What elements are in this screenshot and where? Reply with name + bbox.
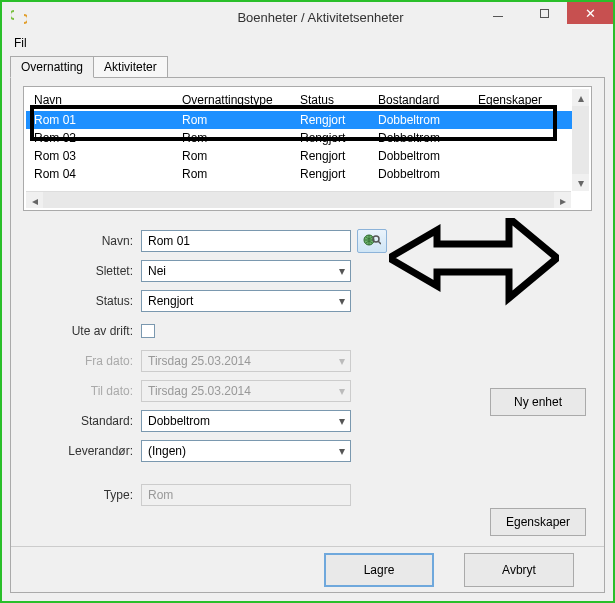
chevron-down-icon: ▾ — [334, 291, 350, 311]
cell-type: Rom — [182, 167, 300, 181]
til-dato-label: Til dato: — [11, 384, 141, 398]
status-dropdown[interactable]: Rengjort ▾ — [141, 290, 351, 312]
cell-status: Rengjort — [300, 167, 378, 181]
chevron-down-icon: ▾ — [334, 441, 350, 461]
col-egenskaper[interactable]: Egenskaper — [478, 93, 558, 107]
egenskaper-button[interactable]: Egenskaper — [490, 508, 586, 536]
status-label: Status: — [11, 294, 141, 308]
avbryt-button[interactable]: Avbryt — [464, 553, 574, 587]
cell-status: Rengjort — [300, 149, 378, 163]
vertical-scrollbar[interactable]: ▴ ▾ — [572, 89, 589, 191]
svg-line-2 — [378, 241, 381, 244]
table-row[interactable]: Rom 03RomRengjortDobbeltrom — [26, 147, 589, 165]
tab-strip: Overnatting Aktiviteter — [10, 56, 605, 78]
tab-aktiviteter[interactable]: Aktiviteter — [93, 56, 168, 78]
ute-av-drift-label: Ute av drift: — [11, 324, 141, 338]
globe-search-icon — [363, 233, 381, 250]
cell-bostandard: Dobbeltrom — [378, 167, 478, 181]
cell-type: Rom — [182, 131, 300, 145]
cell-navn: Rom 01 — [34, 113, 182, 127]
unit-list: Navn Overnattingstype Status Bostandard … — [23, 86, 592, 211]
chevron-down-icon: ▾ — [334, 351, 350, 371]
chevron-down-icon: ▾ — [334, 261, 350, 281]
standard-label: Standard: — [11, 414, 141, 428]
type-label: Type: — [11, 488, 141, 502]
col-status[interactable]: Status — [300, 93, 378, 107]
fra-dato-picker: Tirsdag 25.03.2014 ▾ — [141, 350, 351, 372]
tab-panel: Navn Overnattingstype Status Bostandard … — [10, 77, 605, 593]
ute-av-drift-checkbox[interactable] — [141, 324, 155, 338]
app-icon — [10, 8, 28, 26]
detail-form: Navn: — [11, 226, 604, 542]
til-dato-picker: Tirsdag 25.03.2014 ▾ — [141, 380, 351, 402]
lagre-button[interactable]: Lagre — [324, 553, 434, 587]
tab-overnatting[interactable]: Overnatting — [10, 56, 94, 78]
cell-type: Rom — [182, 149, 300, 163]
maximize-button[interactable] — [521, 2, 567, 24]
leverandor-dropdown[interactable]: (Ingen) ▾ — [141, 440, 351, 462]
chevron-down-icon: ▾ — [334, 411, 350, 431]
col-type[interactable]: Overnattingstype — [182, 93, 300, 107]
horizontal-scrollbar[interactable]: ◂ ▸ — [26, 191, 571, 208]
menu-fil[interactable]: Fil — [14, 36, 27, 50]
dialog-buttons: Lagre Avbryt — [11, 546, 604, 592]
cell-navn: Rom 04 — [34, 167, 182, 181]
cell-navn: Rom 02 — [34, 131, 182, 145]
chevron-down-icon: ▾ — [334, 381, 350, 401]
cell-status: Rengjort — [300, 131, 378, 145]
scroll-down-icon[interactable]: ▾ — [572, 174, 589, 191]
titlebar: Boenheter / Aktivitetsenheter ✕ — [2, 2, 613, 32]
minimize-button[interactable] — [475, 2, 521, 24]
navn-input[interactable] — [141, 230, 351, 252]
cell-navn: Rom 03 — [34, 149, 182, 163]
type-input — [141, 484, 351, 506]
table-row[interactable]: Rom 02RomRengjortDobbeltrom — [26, 129, 589, 147]
ny-enhet-button[interactable]: Ny enhet — [490, 388, 586, 416]
scroll-left-icon[interactable]: ◂ — [26, 192, 43, 209]
cell-type: Rom — [182, 113, 300, 127]
slettet-dropdown[interactable]: Nei ▾ — [141, 260, 351, 282]
cell-bostandard: Dobbeltrom — [378, 149, 478, 163]
lookup-button[interactable] — [357, 229, 387, 253]
standard-dropdown[interactable]: Dobbeltrom ▾ — [141, 410, 351, 432]
close-button[interactable]: ✕ — [567, 2, 613, 24]
scroll-up-icon[interactable]: ▴ — [572, 89, 589, 106]
list-headers: Navn Overnattingstype Status Bostandard … — [26, 89, 589, 111]
cell-status: Rengjort — [300, 113, 378, 127]
menubar: Fil — [2, 32, 613, 54]
slettet-label: Slettet: — [11, 264, 141, 278]
fra-dato-label: Fra dato: — [11, 354, 141, 368]
col-bostandard[interactable]: Bostandard — [378, 93, 478, 107]
cell-bostandard: Dobbeltrom — [378, 131, 478, 145]
cell-bostandard: Dobbeltrom — [378, 113, 478, 127]
scroll-right-icon[interactable]: ▸ — [554, 192, 571, 209]
table-row[interactable]: Rom 01RomRengjortDobbeltrom — [26, 111, 589, 129]
navn-label: Navn: — [11, 234, 141, 248]
leverandor-label: Leverandør: — [11, 444, 141, 458]
col-navn[interactable]: Navn — [34, 93, 182, 107]
table-row[interactable]: Rom 04RomRengjortDobbeltrom — [26, 165, 589, 183]
